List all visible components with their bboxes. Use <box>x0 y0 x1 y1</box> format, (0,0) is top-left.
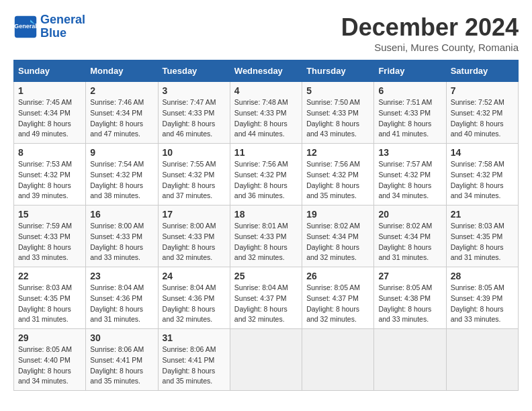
day-cell: 1Sunrise: 7:45 AM Sunset: 4:34 PM Daylig… <box>14 82 86 144</box>
logo-icon: General <box>13 15 38 39</box>
day-cell: 13Sunrise: 7:57 AM Sunset: 4:32 PM Dayli… <box>374 144 446 205</box>
week-row-5: 29Sunrise: 8:05 AM Sunset: 4:40 PM Dayli… <box>14 329 519 391</box>
day-number: 6 <box>378 85 441 96</box>
day-cell <box>302 329 374 391</box>
day-number: 25 <box>234 271 298 281</box>
day-cell: 20Sunrise: 8:02 AM Sunset: 4:34 PM Dayli… <box>374 205 446 267</box>
day-info: Sunrise: 7:48 AM Sunset: 4:33 PM Dayligh… <box>234 97 298 140</box>
day-number: 28 <box>451 271 514 281</box>
day-number: 4 <box>234 85 298 96</box>
day-number: 29 <box>18 332 81 343</box>
day-cell: 30Sunrise: 8:06 AM Sunset: 4:41 PM Dayli… <box>86 329 158 391</box>
day-number: 7 <box>451 85 514 96</box>
day-info: Sunrise: 7:58 AM Sunset: 4:32 PM Dayligh… <box>451 159 514 201</box>
day-cell: 7Sunrise: 7:52 AM Sunset: 4:32 PM Daylig… <box>446 82 518 144</box>
day-info: Sunrise: 8:06 AM Sunset: 4:41 PM Dayligh… <box>163 345 226 387</box>
day-cell: 24Sunrise: 8:04 AM Sunset: 4:36 PM Dayli… <box>158 267 230 329</box>
day-cell: 21Sunrise: 8:03 AM Sunset: 4:35 PM Dayli… <box>446 205 518 267</box>
day-cell: 26Sunrise: 8:05 AM Sunset: 4:37 PM Dayli… <box>302 267 374 329</box>
day-info: Sunrise: 8:02 AM Sunset: 4:34 PM Dayligh… <box>378 221 441 263</box>
day-cell: 4Sunrise: 7:48 AM Sunset: 4:33 PM Daylig… <box>230 82 302 144</box>
day-cell: 23Sunrise: 8:04 AM Sunset: 4:36 PM Dayli… <box>86 267 158 329</box>
day-number: 19 <box>306 209 369 220</box>
day-number: 10 <box>163 147 226 158</box>
day-number: 16 <box>90 209 153 220</box>
day-number: 1 <box>18 85 81 96</box>
day-number: 8 <box>18 147 81 158</box>
day-info: Sunrise: 8:04 AM Sunset: 4:37 PM Dayligh… <box>234 283 298 325</box>
day-cell: 10Sunrise: 7:55 AM Sunset: 4:32 PM Dayli… <box>158 144 230 205</box>
day-number: 20 <box>378 209 441 220</box>
day-cell: 14Sunrise: 7:58 AM Sunset: 4:32 PM Dayli… <box>446 144 518 205</box>
day-info: Sunrise: 7:57 AM Sunset: 4:32 PM Dayligh… <box>378 159 441 201</box>
title-block: December 2024 Suseni, Mures County, Roma… <box>341 13 519 53</box>
day-info: Sunrise: 8:00 AM Sunset: 4:33 PM Dayligh… <box>90 221 153 263</box>
day-info: Sunrise: 8:02 AM Sunset: 4:34 PM Dayligh… <box>306 221 369 263</box>
day-cell: 6Sunrise: 7:51 AM Sunset: 4:33 PM Daylig… <box>374 82 446 144</box>
day-info: Sunrise: 7:46 AM Sunset: 4:34 PM Dayligh… <box>90 97 153 140</box>
day-number: 5 <box>306 85 369 96</box>
logo: General General Blue <box>13 13 85 40</box>
day-cell: 31Sunrise: 8:06 AM Sunset: 4:41 PM Dayli… <box>158 329 230 391</box>
day-info: Sunrise: 8:04 AM Sunset: 4:36 PM Dayligh… <box>163 283 226 325</box>
day-number: 23 <box>90 271 153 281</box>
day-cell: 18Sunrise: 8:01 AM Sunset: 4:33 PM Dayli… <box>230 205 302 267</box>
day-info: Sunrise: 8:04 AM Sunset: 4:36 PM Dayligh… <box>90 283 153 325</box>
svg-text:General: General <box>14 23 37 30</box>
month-title: December 2024 <box>341 13 519 42</box>
day-number: 24 <box>163 271 226 281</box>
day-number: 12 <box>306 147 369 158</box>
day-info: Sunrise: 8:03 AM Sunset: 4:35 PM Dayligh… <box>18 283 81 325</box>
day-cell <box>230 329 302 391</box>
day-cell: 9Sunrise: 7:54 AM Sunset: 4:32 PM Daylig… <box>86 144 158 205</box>
day-cell <box>446 329 518 391</box>
col-sunday: Sunday <box>14 60 86 82</box>
week-row-3: 15Sunrise: 7:59 AM Sunset: 4:33 PM Dayli… <box>14 205 519 267</box>
day-number: 31 <box>163 332 226 343</box>
calendar-table: Sunday Monday Tuesday Wednesday Thursday… <box>13 60 519 391</box>
day-number: 27 <box>378 271 441 281</box>
day-info: Sunrise: 7:53 AM Sunset: 4:32 PM Dayligh… <box>18 159 81 201</box>
day-cell: 11Sunrise: 7:56 AM Sunset: 4:32 PM Dayli… <box>230 144 302 205</box>
day-info: Sunrise: 8:06 AM Sunset: 4:41 PM Dayligh… <box>90 345 153 387</box>
day-number: 15 <box>18 209 81 220</box>
day-info: Sunrise: 7:52 AM Sunset: 4:32 PM Dayligh… <box>451 97 514 140</box>
day-cell: 5Sunrise: 7:50 AM Sunset: 4:33 PM Daylig… <box>302 82 374 144</box>
day-cell: 28Sunrise: 8:05 AM Sunset: 4:39 PM Dayli… <box>446 267 518 329</box>
day-info: Sunrise: 8:00 AM Sunset: 4:33 PM Dayligh… <box>163 221 226 263</box>
day-info: Sunrise: 7:47 AM Sunset: 4:33 PM Dayligh… <box>163 97 226 140</box>
day-cell: 3Sunrise: 7:47 AM Sunset: 4:33 PM Daylig… <box>158 82 230 144</box>
week-row-2: 8Sunrise: 7:53 AM Sunset: 4:32 PM Daylig… <box>14 144 519 205</box>
day-number: 11 <box>234 147 298 158</box>
week-row-4: 22Sunrise: 8:03 AM Sunset: 4:35 PM Dayli… <box>14 267 519 329</box>
col-friday: Friday <box>374 60 446 82</box>
logo-text: General <box>40 13 85 27</box>
day-info: Sunrise: 7:56 AM Sunset: 4:32 PM Dayligh… <box>234 159 298 201</box>
day-number: 2 <box>90 85 153 96</box>
day-cell: 22Sunrise: 8:03 AM Sunset: 4:35 PM Dayli… <box>14 267 86 329</box>
day-number: 17 <box>163 209 226 220</box>
day-cell <box>374 329 446 391</box>
day-info: Sunrise: 7:45 AM Sunset: 4:34 PM Dayligh… <box>18 97 81 140</box>
col-monday: Monday <box>86 60 158 82</box>
logo-text2: Blue <box>40 27 85 40</box>
day-info: Sunrise: 8:05 AM Sunset: 4:39 PM Dayligh… <box>451 283 514 325</box>
day-number: 3 <box>163 85 226 96</box>
day-info: Sunrise: 8:05 AM Sunset: 4:40 PM Dayligh… <box>18 345 81 387</box>
day-info: Sunrise: 7:51 AM Sunset: 4:33 PM Dayligh… <box>378 97 441 140</box>
day-info: Sunrise: 7:50 AM Sunset: 4:33 PM Dayligh… <box>306 97 369 140</box>
day-cell: 15Sunrise: 7:59 AM Sunset: 4:33 PM Dayli… <box>14 205 86 267</box>
day-info: Sunrise: 8:05 AM Sunset: 4:37 PM Dayligh… <box>306 283 369 325</box>
day-number: 14 <box>451 147 514 158</box>
location-subtitle: Suseni, Mures County, Romania <box>341 42 519 53</box>
col-tuesday: Tuesday <box>158 60 230 82</box>
day-cell: 16Sunrise: 8:00 AM Sunset: 4:33 PM Dayli… <box>86 205 158 267</box>
page-header: General General Blue December 2024 Susen… <box>13 13 519 53</box>
day-number: 22 <box>18 271 81 281</box>
day-info: Sunrise: 7:54 AM Sunset: 4:32 PM Dayligh… <box>90 159 153 201</box>
day-cell: 12Sunrise: 7:56 AM Sunset: 4:32 PM Dayli… <box>302 144 374 205</box>
day-number: 13 <box>378 147 441 158</box>
day-cell: 17Sunrise: 8:00 AM Sunset: 4:33 PM Dayli… <box>158 205 230 267</box>
day-number: 26 <box>306 271 369 281</box>
col-saturday: Saturday <box>446 60 518 82</box>
